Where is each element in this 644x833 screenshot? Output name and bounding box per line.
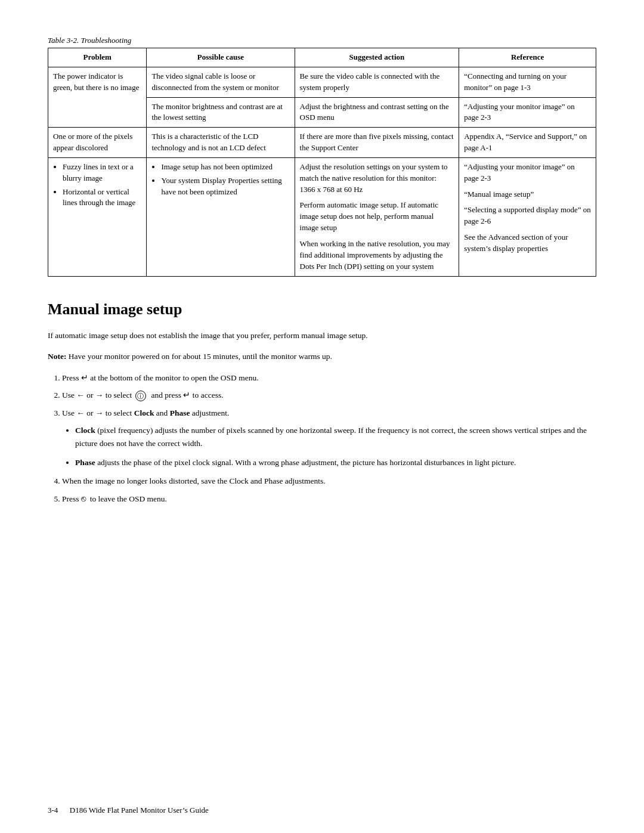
action-auto-setup: Perform automatic image setup. If automa… xyxy=(300,200,454,234)
step-1: Press ↵ at the bottom of the monitor to … xyxy=(62,371,596,385)
action-cell-brightness: Adjust the brightness and contrast setti… xyxy=(295,97,459,128)
footer-title: D186 Wide Flat Panel Monitor User’s Guid… xyxy=(70,806,209,815)
ref-adjusting-2: “Adjusting your monitor image” on page 2… xyxy=(464,162,591,184)
ref-cell-adjusting: “Adjusting your monitor image” on page 2… xyxy=(459,97,596,128)
action-cell-cable: Be sure the video cable is connected wit… xyxy=(295,67,459,97)
bullet-clock: Clock (pixel frequency) adjusts the numb… xyxy=(75,424,596,450)
ref-manual-setup: “Manual image setup” xyxy=(464,189,591,200)
footer-page-num: 3-4 xyxy=(48,806,58,815)
manual-image-setup-steps: Press ↵ at the bottom of the monitor to … xyxy=(48,371,596,506)
step-2: Use ← or → to select ⓘ and press ↵ to ac… xyxy=(62,389,596,402)
action-native-res: When working in the native resolution, y… xyxy=(300,239,454,272)
step-4: When the image no longer looks distorted… xyxy=(62,475,596,488)
footer: 3-4 D186 Wide Flat Panel Monitor User’s … xyxy=(48,806,209,815)
ref-cell-appendix: Appendix A, “Service and Support,” on pa… xyxy=(459,128,596,158)
step-5: Press ⎋ to leave the OSD menu. xyxy=(62,493,596,506)
col-header-problem: Problem xyxy=(48,48,147,67)
action-resolution: Adjust the resolution settings on your s… xyxy=(300,162,454,196)
col-header-cause: Possible cause xyxy=(147,48,295,67)
ref-display-mode: “Selecting a supported display mode” on … xyxy=(464,205,591,227)
settings-icon: ⓘ xyxy=(135,391,146,401)
ref-advanced: See the Advanced section of your system’… xyxy=(464,232,591,255)
table-row: One or more of the pixels appear discolo… xyxy=(48,128,596,158)
table-row: The power indicator is green, but there … xyxy=(48,67,596,97)
step-3: Use ← or → to select Clock and Phase adj… xyxy=(62,407,596,469)
cause-bullet-display-props: Your system Display Properties setting h… xyxy=(161,175,289,198)
step-3-bullets: Clock (pixel frequency) adjusts the numb… xyxy=(62,424,596,469)
problem-bullet-fuzzy: Fuzzy lines in text or a blurry image xyxy=(63,162,141,184)
action-cell-fuzzy: Adjust the resolution settings on your s… xyxy=(295,157,459,276)
table-caption: Table 3-2. Troubleshooting xyxy=(48,36,596,45)
table-row: Fuzzy lines in text or a blurry image Ho… xyxy=(48,157,596,276)
manual-image-setup-note: Note: Have your monitor powered on for a… xyxy=(48,350,596,363)
cause-bullet-image-setup: Image setup has not been optimized xyxy=(161,162,289,173)
troubleshooting-table: Problem Possible cause Suggested action … xyxy=(48,48,596,277)
cause-cell-cable: The video signal cable is loose or disco… xyxy=(147,67,295,97)
cause-cell-brightness: The monitor brightness and contrast are … xyxy=(147,97,295,128)
problem-cell-power: The power indicator is green, but there … xyxy=(48,67,147,127)
col-header-action: Suggested action xyxy=(295,48,459,67)
col-header-reference: Reference xyxy=(459,48,596,67)
bullet-phase: Phase adjusts the phase of the pixel clo… xyxy=(75,456,596,469)
cause-cell-optimized: Image setup has not been optimized Your … xyxy=(147,157,295,276)
problem-cell-fuzzy: Fuzzy lines in text or a blurry image Ho… xyxy=(48,157,147,276)
action-cell-support: If there are more than five pixels missi… xyxy=(295,128,459,158)
problem-cell-discolored: One or more of the pixels appear discolo… xyxy=(48,128,147,158)
manual-image-setup-intro: If automatic image setup does not establ… xyxy=(48,329,596,342)
ref-cell-fuzzy: “Adjusting your monitor image” on page 2… xyxy=(459,157,596,276)
problem-bullet-lines: Horizontal or vertical lines through the… xyxy=(63,187,141,209)
ref-cell-connecting: “Connecting and turning on your monitor”… xyxy=(459,67,596,97)
manual-image-setup-heading: Manual image setup xyxy=(48,301,596,318)
cause-cell-lcd: This is a characteristic of the LCD tech… xyxy=(147,128,295,158)
